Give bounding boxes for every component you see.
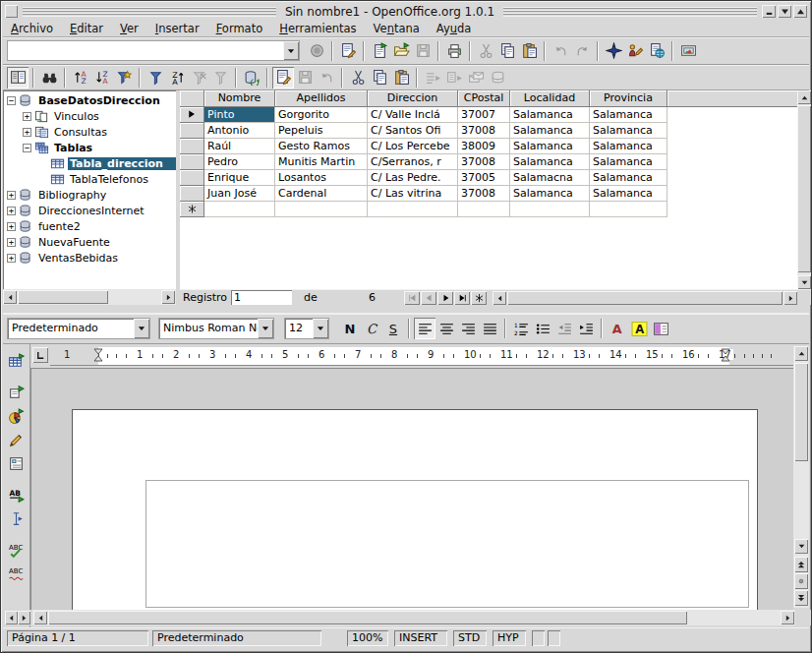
font-color-button[interactable]: A [607,318,628,339]
save-record-button[interactable] [294,67,316,89]
previous-page-button[interactable] [794,557,808,572]
sort-button[interactable]: ZA [166,67,188,89]
paragraph-background-button[interactable] [650,318,671,339]
status-selection-mode[interactable]: STD [453,630,487,646]
status-hyperlink-mode[interactable]: HYP [493,630,526,646]
grid-cell[interactable]: 37007 [458,107,510,123]
grid-cell[interactable]: Salamanca [590,139,667,154]
tree-item-fuente2[interactable]: +fuente2 [3,218,176,234]
first-record-button[interactable] [404,291,420,305]
grid-cell[interactable]: 37008 [458,186,510,202]
scroll-left-icon[interactable] [33,611,47,624]
spellcheck-button[interactable]: ABC [6,539,28,561]
cut-button[interactable] [475,40,496,62]
grid-cell[interactable]: 37005 [458,170,510,186]
menu-ayuda[interactable]: Ayuda [436,22,472,35]
stop-button[interactable] [306,40,327,62]
copy-button[interactable] [496,40,518,62]
grid-cell[interactable]: C/ Los Percebe [368,139,458,154]
horizontal-scrollbar[interactable] [3,610,811,625]
new-record-button[interactable] [471,291,487,305]
navigator-button[interactable] [603,40,624,62]
tree-item-bibliography[interactable]: +Bibliography [3,187,176,203]
scrollbar-thumb[interactable] [48,611,687,624]
grid-cell[interactable]: Pinto [204,107,275,123]
highlighting-button[interactable]: A [628,318,650,339]
default-filter-button[interactable] [145,67,166,89]
align-right-button[interactable] [457,318,479,339]
scrollbar-thumb[interactable] [797,105,811,272]
grid-cell[interactable]: Salamanca [590,154,667,170]
save-button[interactable] [412,40,434,62]
tree-item-direccionesinternet[interactable]: +DireccionesInternet [3,203,176,218]
font-name-combobox[interactable]: Nimbus Roman No [158,318,274,339]
scroll-up-icon[interactable] [797,90,811,104]
grid-cell-empty[interactable] [275,202,368,217]
insert-button[interactable] [6,382,28,403]
align-justify-button[interactable] [479,318,500,339]
row-header[interactable] [180,123,204,139]
grid-cell-empty[interactable] [204,202,275,217]
font-size-combobox[interactable]: 12 [284,318,329,339]
url-input[interactable] [8,41,283,60]
tree-item-tablatelefonos[interactable]: TablaTelefonos [3,171,176,187]
open-button[interactable] [390,40,412,62]
expand-icon[interactable]: + [23,128,31,137]
underline-button[interactable]: S [382,318,404,339]
expand-icon[interactable]: + [7,222,16,231]
row-header[interactable] [180,139,204,154]
bold-button[interactable]: N [339,318,361,339]
grid-cell[interactable]: Salamanca [510,154,590,170]
increase-indent-button[interactable] [575,318,597,339]
menu-ver[interactable]: Ver [120,22,139,35]
last-record-button[interactable] [454,291,470,305]
scrollbar-thumb[interactable] [794,363,808,461]
grid-cell[interactable]: Salamanca [590,107,667,123]
copy-button[interactable] [369,67,390,89]
grid-cell[interactable]: Salamanca [510,139,590,154]
grid-cell[interactable]: Salamanca [510,123,590,139]
current-row-marker[interactable] [180,107,204,123]
grid-cell[interactable]: Juan José [204,186,275,202]
collapse-icon[interactable]: − [7,96,16,105]
maximize-button[interactable] [793,5,807,18]
next-page-button[interactable] [794,590,808,606]
grid-cell[interactable]: Cardenal [275,186,368,202]
scroll-left-icon[interactable] [3,290,17,304]
column-header-provincia[interactable]: Provincia [590,90,667,107]
grid-vertical-scrollbar[interactable] [797,90,811,289]
document-viewport[interactable] [30,368,793,610]
toolbar-scroll-right-icon[interactable] [18,611,30,624]
redo-button[interactable] [571,40,593,62]
expand-icon[interactable]: + [7,207,16,215]
column-header-cpostal[interactable]: CPostal [458,90,510,107]
undo-button[interactable] [550,40,571,62]
cut-button[interactable] [347,67,369,89]
direct-cursor-button[interactable] [6,507,28,529]
decrease-indent-button[interactable] [553,318,575,339]
grid-cell[interactable]: 37008 [458,123,510,139]
vertical-scrollbar[interactable] [793,346,809,608]
navigation-button[interactable] [794,573,808,589]
data-to-fields-button[interactable] [443,67,465,89]
tree-item-vinculos[interactable]: +Vinculos [3,108,176,124]
grid-cell[interactable]: C/Serranos, r [368,154,458,170]
sort-descending-button[interactable]: ZA [91,67,113,89]
grid-cell[interactable]: Enrique [204,170,275,186]
numbered-list-button[interactable]: 12 [510,318,532,339]
insert-object-button[interactable] [6,405,28,427]
italic-button[interactable]: C [361,318,382,339]
grid-cell-empty[interactable] [458,202,510,217]
shade-button[interactable] [778,5,791,18]
explorer-horizontal-scrollbar[interactable] [3,289,176,305]
grid-cell[interactable]: Salamanca [590,123,667,139]
expand-icon[interactable]: + [7,254,16,263]
collapse-icon[interactable]: − [23,144,31,152]
status-insert-mode[interactable]: INSERT [394,630,447,646]
insert-table-button[interactable] [6,350,28,372]
grid-cell[interactable]: Gorgorito [275,107,368,123]
grid-cell[interactable]: Salamanca [510,107,590,123]
menu-insertar[interactable]: Insertar [155,22,200,35]
draw-functions-button[interactable] [6,429,28,450]
style-dropdown-button[interactable] [134,319,149,338]
